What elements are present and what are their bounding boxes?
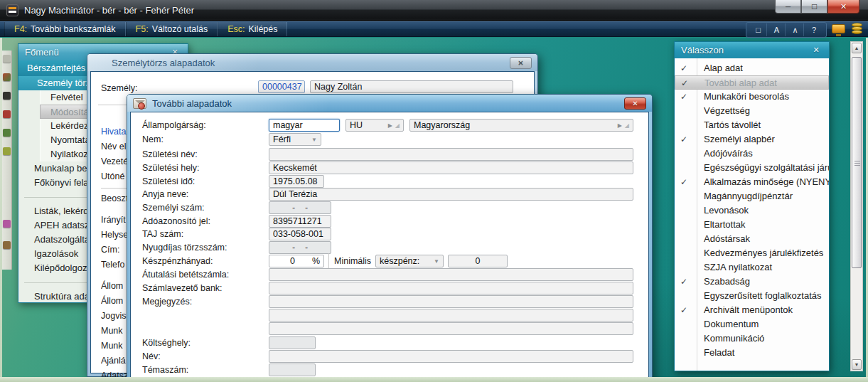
field-label: Személyi szám: [142, 203, 205, 213]
strip-icon [3, 110, 11, 118]
field-label: Költséghely: [142, 338, 191, 348]
check-icon [680, 275, 692, 289]
corner-grip-icon [392, 119, 400, 132]
percent-sign: % [312, 255, 320, 267]
strip-icon [3, 92, 11, 100]
toolbar-mini-button[interactable]: □ [750, 23, 767, 36]
bank-input[interactable] [269, 282, 633, 295]
toolbar-mini-button[interactable]: ? [805, 23, 823, 36]
valasszon-item[interactable]: Munkaköri besorolás [675, 90, 829, 104]
field-label: Készpénzhányad: [142, 256, 213, 266]
valasszon-item[interactable]: Kedvezményes járulékfizetés [675, 246, 829, 260]
minimal-cash-field[interactable]: 0 [448, 255, 508, 267]
valasszon-item[interactable]: Egyszerűsített foglalkoztatás [675, 289, 829, 303]
field-label: Átutalási betétszámla: [142, 270, 229, 280]
scroll-up-button[interactable]: ▲ [852, 43, 862, 53]
minimize-button[interactable] [775, 0, 801, 14]
dialog-close-button[interactable] [624, 97, 646, 110]
name-input[interactable] [269, 350, 633, 363]
valasszon-item[interactable]: Adóstársak [675, 232, 829, 246]
strip-icon [3, 129, 11, 137]
transfer-account-input[interactable] [269, 268, 633, 281]
vertical-scrollbar[interactable]: ▲ ▼ [850, 41, 863, 371]
valasszon-item[interactable]: Dokumentum [675, 317, 829, 331]
birth-date-input[interactable] [269, 175, 324, 188]
country-code-combo[interactable]: HU [345, 119, 404, 132]
valasszon-item[interactable]: További alap adat [675, 75, 829, 90]
shortcut-label: További bankszámlák [31, 24, 116, 34]
mother-name-input[interactable] [269, 188, 633, 201]
birth-name-input[interactable] [269, 148, 633, 161]
maximize-button[interactable] [801, 0, 827, 14]
valasszon-item[interactable]: Levonások [675, 203, 829, 218]
toolbar-shortcut-button[interactable]: F5: Változó utalás [126, 22, 218, 36]
cash-type-combo[interactable]: készpénz: [375, 255, 444, 267]
shortcut-label: Kilépés [248, 24, 277, 34]
field-label: TAJ szám: [142, 229, 183, 239]
person-label: Személy: [101, 83, 137, 93]
valasszon-item[interactable]: Magánnyugdíjpénztár [675, 189, 829, 203]
strip-icon [3, 147, 11, 155]
szemelytorzs-title: Személytörzs alapadatok [112, 58, 215, 68]
comment-input-1[interactable] [269, 295, 633, 308]
field-label: Adóazonosító jel: [142, 216, 210, 226]
valasszon-item[interactable]: Szabadság [675, 275, 829, 289]
gender-combo[interactable]: Férfi [269, 133, 321, 146]
valasszon-close-icon[interactable] [810, 45, 823, 56]
app-titlebar[interactable]: Nagy Machinátor - bér - bér - Fehér Péte… [0, 0, 868, 21]
person-id-field[interactable]: 00000437 [258, 80, 305, 93]
szemelytorzs-close-button[interactable] [510, 57, 532, 69]
country-combo[interactable]: Magyarország [409, 119, 633, 132]
valasszon-item[interactable]: Személyi alapbér [675, 132, 829, 147]
valasszon-item[interactable]: Feladat [675, 346, 829, 360]
strip-icon [3, 241, 11, 249]
divider [328, 253, 329, 270]
arrow-up-icon: ▲ [854, 46, 859, 51]
scroll-thumb[interactable] [852, 57, 862, 268]
app-title: Nagy Machinátor - bér - bér - Fehér Péte… [24, 5, 194, 16]
valasszon-title: Válasszon [681, 45, 724, 55]
toolbar-mini-button[interactable]: A [768, 23, 786, 36]
toolbar: F4: További bankszámlák F5: Változó utal… [0, 21, 868, 37]
taj-number-input[interactable] [269, 228, 331, 240]
field-label: Állampolgárság: [142, 120, 206, 130]
valasszon-titlebar[interactable]: Válasszon [675, 42, 829, 58]
valasszon-item[interactable]: Alap adat [675, 61, 829, 75]
close-icon [840, 2, 847, 11]
valasszon-item[interactable]: Adójóváírás [675, 147, 829, 161]
scroll-down-button[interactable]: ▼ [852, 359, 862, 370]
field-label: Anyja neve: [142, 189, 188, 199]
valasszon-item[interactable]: Tartós távollét [675, 118, 829, 132]
toolbar-shortcut-button[interactable]: Esc: Kilépés [218, 22, 287, 36]
person-name-field[interactable]: Nagy Zoltán [310, 80, 513, 93]
tax-id-input[interactable] [269, 215, 331, 228]
valasszon-item[interactable]: Archivált menüpontok [675, 303, 829, 317]
monitor-icon[interactable] [832, 24, 845, 33]
birth-place-input[interactable] [269, 161, 633, 174]
coins-icon[interactable] [852, 23, 862, 36]
check-icon [680, 61, 692, 75]
field-label: Témaszám: [142, 365, 188, 375]
cost-center-field [269, 336, 316, 349]
field-label: Születési hely: [142, 163, 200, 173]
comment-input-3[interactable] [269, 322, 633, 335]
arrow-down-icon: ▼ [854, 362, 859, 367]
field-label: Számlavezető bank: [142, 283, 223, 293]
valasszon-item[interactable]: Egészségügyi szolgáltatási járulék [675, 161, 829, 175]
toolbar-mini-button[interactable]: ∧ [787, 23, 804, 36]
valasszon-item[interactable]: SZJA nyilatkozat [675, 260, 829, 275]
comment-input-2[interactable] [269, 309, 633, 322]
citizenship-input[interactable] [269, 119, 340, 132]
toolbar-shortcut-button[interactable]: F4: További bankszámlák [4, 22, 126, 36]
dialog-titlebar[interactable]: További alapadatok [127, 95, 652, 112]
valasszon-item[interactable]: Eltartottak [675, 218, 829, 232]
cash-percent-field[interactable]: 0 % [269, 255, 324, 267]
close-button[interactable] [827, 0, 859, 14]
valasszon-item[interactable]: Alkalmazás minősége (NYENYI) [675, 175, 829, 189]
check-icon [680, 303, 692, 317]
check-icon [680, 90, 692, 104]
background-icon-strip [2, 51, 12, 270]
valasszon-item[interactable]: Kommunikáció [675, 331, 829, 346]
szemelytorzs-titlebar[interactable]: Személytörzs alapadatok [87, 54, 537, 71]
valasszon-item[interactable]: Végzettség [675, 104, 829, 118]
